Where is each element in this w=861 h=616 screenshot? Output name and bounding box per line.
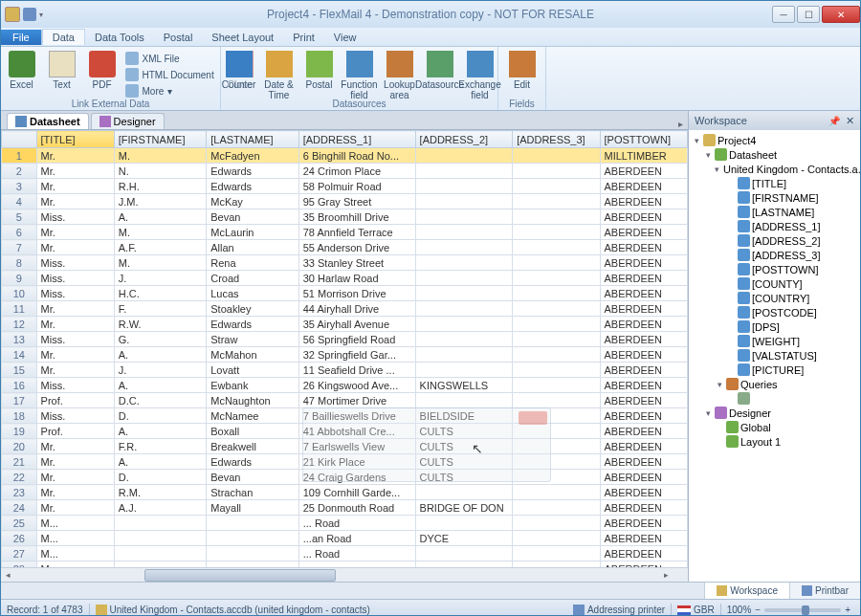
row-number[interactable]: 7: [2, 240, 37, 255]
tree-project[interactable]: ▾Project4: [692, 133, 857, 147]
table-row[interactable]: 2Mr.N.Edwards24 Crimon PlaceABERDEEN: [2, 164, 688, 179]
cell[interactable]: F.: [114, 301, 206, 317]
cell[interactable]: M...: [36, 546, 114, 561]
row-number[interactable]: 6: [2, 225, 37, 240]
minimize-button[interactable]: ─: [772, 6, 795, 23]
cell[interactable]: Mr.: [36, 317, 114, 332]
qat-save-icon[interactable]: [23, 8, 36, 21]
cell[interactable]: McFadyen: [207, 148, 298, 164]
cell[interactable]: CULTS: [415, 454, 513, 470]
cell[interactable]: CULTS: [415, 470, 513, 485]
cell[interactable]: 47 Mortimer Drive: [298, 393, 415, 408]
row-number[interactable]: 25: [2, 516, 37, 531]
cell[interactable]: Miss.: [36, 408, 114, 424]
link-pdf-button[interactable]: PDF: [83, 49, 121, 90]
maximize-button[interactable]: ☐: [797, 6, 820, 23]
cell[interactable]: J.M.: [114, 194, 206, 209]
cell[interactable]: Mr.: [36, 240, 114, 255]
cell[interactable]: [513, 271, 600, 286]
cell[interactable]: R.W.: [114, 317, 206, 332]
row-corner[interactable]: [2, 131, 37, 148]
cell[interactable]: ABERDEEN: [600, 439, 687, 454]
row-number[interactable]: 21: [2, 454, 37, 470]
tree-field[interactable]: [ADDRESS_2]: [692, 233, 857, 248]
row-number[interactable]: 23: [2, 485, 37, 500]
cell[interactable]: [513, 500, 600, 516]
cell[interactable]: [513, 378, 600, 393]
cell[interactable]: Mayall: [207, 500, 298, 516]
cell[interactable]: 21 Kirk Place: [298, 454, 415, 470]
row-number[interactable]: 17: [2, 393, 37, 408]
cell[interactable]: Ewbank: [207, 378, 298, 393]
cell[interactable]: 24 Crimon Place: [298, 164, 415, 179]
tree-designer[interactable]: ▾Designer: [692, 406, 857, 420]
table-row[interactable]: 18Miss.D.McNamee7 Baillieswells DriveBIE…: [2, 408, 688, 424]
cell[interactable]: 30 Harlaw Road: [298, 271, 415, 286]
cell[interactable]: McMahon: [207, 347, 298, 363]
file-menu[interactable]: File: [1, 30, 42, 45]
cell[interactable]: [513, 240, 600, 255]
cell[interactable]: [207, 546, 298, 561]
cell[interactable]: [415, 546, 513, 561]
cell[interactable]: Strachan: [207, 485, 298, 500]
cell[interactable]: Miss.: [36, 271, 114, 286]
table-row[interactable]: 27M...... RoadABERDEEN: [2, 546, 688, 561]
cell[interactable]: [415, 561, 513, 568]
cell[interactable]: McKay: [207, 194, 298, 209]
data-grid[interactable]: [TITLE][FIRSTNAME][LASTNAME][ADDRESS_1][…: [1, 130, 688, 582]
cell[interactable]: 55 Anderson Drive: [298, 240, 415, 255]
cell[interactable]: H.C.: [114, 286, 206, 301]
cell[interactable]: 58 Polmuir Road: [298, 179, 415, 194]
cell[interactable]: [415, 393, 513, 408]
row-number[interactable]: 10: [2, 286, 37, 301]
cell[interactable]: ... Road: [298, 516, 415, 531]
row-number[interactable]: 26: [2, 531, 37, 546]
row-number[interactable]: 24: [2, 500, 37, 516]
tree-global[interactable]: Global: [692, 420, 857, 434]
cell[interactable]: Mr.: [36, 485, 114, 500]
cell[interactable]: [114, 561, 206, 568]
cell[interactable]: ABERDEEN: [600, 240, 687, 255]
cell[interactable]: ABERDEEN: [600, 393, 687, 408]
row-number[interactable]: 28: [2, 561, 37, 568]
edit-fields-button[interactable]: Edit: [503, 49, 541, 90]
tree-layout[interactable]: Layout 1: [692, 434, 857, 449]
workspace-close-icon[interactable]: ✕: [846, 115, 854, 127]
cell[interactable]: [513, 470, 600, 485]
cell[interactable]: [513, 561, 600, 568]
table-row[interactable]: 3Mr.R.H.Edwards58 Polmuir RoadABERDEEN: [2, 179, 688, 194]
column-header[interactable]: [ADDRESS_1]: [298, 131, 415, 148]
row-number[interactable]: 2: [2, 164, 37, 179]
row-number[interactable]: 14: [2, 347, 37, 363]
cell[interactable]: [513, 363, 600, 378]
cell[interactable]: R.H.: [114, 179, 206, 194]
table-row[interactable]: 16Miss.A.Ewbank26 Kingswood Ave...KINGSW…: [2, 378, 688, 393]
cell[interactable]: D.C.: [114, 393, 206, 408]
tab-printbar-bottom[interactable]: Printbar: [789, 583, 860, 599]
cell[interactable]: D.: [114, 470, 206, 485]
cell[interactable]: [207, 561, 298, 568]
cell[interactable]: Miss.: [36, 286, 114, 301]
cell[interactable]: Mr.: [36, 148, 114, 164]
cell[interactable]: [415, 516, 513, 531]
cell[interactable]: [415, 301, 513, 317]
cell[interactable]: Mr.: [36, 500, 114, 516]
cell[interactable]: ABERDEEN: [600, 286, 687, 301]
cell[interactable]: Mr.: [36, 363, 114, 378]
datetime-button[interactable]: Date & Time: [260, 49, 298, 100]
table-row[interactable]: 6Mr.M.McLaurin78 Annfield TerraceABERDEE…: [2, 225, 688, 240]
tree-field[interactable]: [COUNTY]: [692, 276, 857, 291]
cell[interactable]: [513, 408, 600, 424]
cell[interactable]: ABERDEEN: [600, 225, 687, 240]
cell[interactable]: Edwards: [207, 317, 298, 332]
cell[interactable]: CULTS: [415, 424, 513, 439]
cell[interactable]: ABERDEEN: [600, 546, 687, 561]
row-number[interactable]: 1: [2, 148, 37, 164]
cell[interactable]: Miss.: [36, 332, 114, 347]
cell[interactable]: ABERDEEN: [600, 561, 687, 568]
cell[interactable]: ABERDEEN: [600, 408, 687, 424]
cell[interactable]: [513, 424, 600, 439]
row-number[interactable]: 3: [2, 179, 37, 194]
cell[interactable]: A.: [114, 378, 206, 393]
table-row[interactable]: 25M...... RoadABERDEEN: [2, 516, 688, 531]
